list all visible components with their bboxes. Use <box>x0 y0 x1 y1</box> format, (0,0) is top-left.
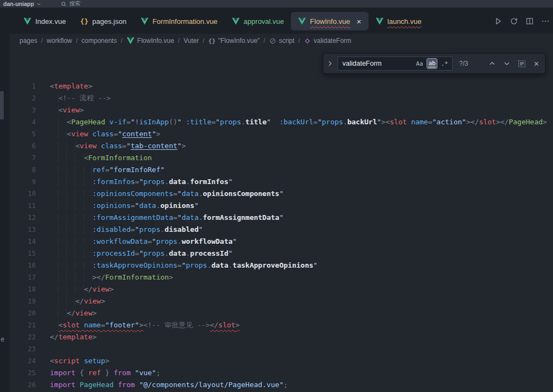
more-actions-icon[interactable] <box>541 17 550 26</box>
code-line-2[interactable]: 2 <!-- 流程 --> <box>10 92 553 104</box>
breadcrumb-item-validateform[interactable]: validateForm <box>304 37 351 45</box>
line-number[interactable]: 11 <box>10 200 36 212</box>
line-number[interactable]: 7 <box>10 152 36 164</box>
line-number[interactable]: 4 <box>10 116 36 128</box>
code-line-3[interactable]: 3 <view> <box>10 104 553 116</box>
tab-forminformation-vue[interactable]: FormInformation.vue <box>134 12 225 30</box>
find-next-icon[interactable] <box>503 60 511 67</box>
tab-approval-vue[interactable]: approval.vue <box>225 12 291 30</box>
line-number[interactable]: 9 <box>10 176 36 188</box>
match-case-button[interactable]: Aa <box>414 58 425 69</box>
line-content[interactable]: <!-- 流程 --> <box>36 92 111 104</box>
line-number[interactable]: 18 <box>10 283 36 295</box>
line-number[interactable]: 3 <box>10 104 36 116</box>
line-number[interactable]: 1 <box>10 80 36 92</box>
find-input-box[interactable]: Aa ab .* <box>338 56 453 71</box>
line-content[interactable]: <slot name="footer"><!-- 审批意见 --></slot> <box>36 319 239 331</box>
line-content[interactable]: <PageHead v-if="!isInApp()" :title="prop… <box>36 116 547 128</box>
line-content[interactable]: ref="formInfoRef" <box>36 164 164 176</box>
line-content[interactable]: <FormInformation <box>36 152 152 164</box>
breadcrumb-item-workflow[interactable]: workflow <box>47 37 72 45</box>
code-line-13[interactable]: 13 :disabled="props.disabled" <box>10 224 553 236</box>
code-line-20[interactable]: 20 </view> <box>10 307 553 319</box>
line-number[interactable]: 24 <box>10 355 36 367</box>
code-line-16[interactable]: 16 :taskApproveOpinions="props.data.task… <box>10 260 553 271</box>
line-content[interactable]: ></FormInformation> <box>36 271 173 283</box>
line-number[interactable]: 22 <box>10 331 36 343</box>
tab-index-vue[interactable]: Index.vue <box>16 12 73 30</box>
breadcrumb-item-vuter[interactable]: Vuter <box>183 37 199 45</box>
line-content[interactable]: </view> <box>36 283 113 295</box>
line-number[interactable]: 21 <box>10 319 36 331</box>
line-content[interactable]: :formInfos="props.data.formInfos" <box>36 176 233 188</box>
line-content[interactable]: :disabled="props.disabled" <box>36 224 203 236</box>
code-editor[interactable]: Aa ab .* ?/3 1<template>2 <!-- 流程 -->3 <… <box>10 48 553 392</box>
code-line-12[interactable]: 12 :formAssignmentData="data.formAssignm… <box>10 212 553 224</box>
line-content[interactable]: <view> <box>36 104 84 116</box>
code-line-9[interactable]: 9 :formInfos="props.data.formInfos" <box>10 176 553 188</box>
code-line-18[interactable]: 18 </view> <box>10 283 553 295</box>
code-line-25[interactable]: 25import { ref } from "vue"; <box>10 367 553 379</box>
line-content[interactable]: </view> <box>36 295 105 307</box>
line-content[interactable]: import { ref } from "vue"; <box>36 367 161 379</box>
code-line-21[interactable]: 21 <slot name="footer"><!-- 审批意见 --></sl… <box>10 319 553 331</box>
close-find-icon[interactable] <box>533 60 540 67</box>
split-editor-icon[interactable] <box>525 17 534 26</box>
code-line-14[interactable]: 14 :workflowData="props.workflowData" <box>10 236 553 248</box>
line-number[interactable]: 20 <box>10 307 36 319</box>
find-in-selection-icon[interactable] <box>518 60 526 68</box>
line-content[interactable]: :formAssignmentData="data.formAssignment… <box>36 212 284 224</box>
regex-button[interactable]: .* <box>439 58 450 69</box>
line-number[interactable]: 6 <box>10 140 36 152</box>
breadcrumb-item-script[interactable]: script <box>269 37 295 45</box>
line-content[interactable]: :taskApproveOpinions="props.data.taskApp… <box>36 260 317 271</box>
whole-word-button[interactable]: ab <box>427 58 437 69</box>
breadcrumb-item-flowinfo-vue[interactable]: {}"FlowInfo.vue" <box>208 37 260 45</box>
tab-flowinfo-vue[interactable]: FlowInfo.vue× <box>291 12 368 30</box>
line-number[interactable]: 16 <box>10 260 36 271</box>
line-content[interactable]: <view class="tab-content"> <box>36 140 186 152</box>
tab-pages-json[interactable]: {}pages.json <box>73 12 134 30</box>
code-line-15[interactable]: 15 :processId="props.data.processId" <box>10 248 553 260</box>
scrollbar-thumb[interactable] <box>0 91 4 119</box>
breadcrumb-item-components[interactable]: components <box>81 37 117 45</box>
line-content[interactable]: </template> <box>36 331 97 343</box>
find-previous-icon[interactable] <box>488 60 496 67</box>
line-content[interactable]: :processId="props.data.processId" <box>36 248 233 260</box>
code-line-1[interactable]: 1<template> <box>10 80 553 92</box>
tab-launch-vue[interactable]: launch.vue <box>368 12 429 30</box>
code-line-8[interactable]: 8 ref="formInfoRef" <box>10 164 553 176</box>
line-number[interactable]: 5 <box>10 128 36 140</box>
line-content[interactable]: :opinionsComponents="data.opinionsCompon… <box>36 188 284 200</box>
code-line-6[interactable]: 6 <view class="tab-content"> <box>10 140 553 152</box>
line-number[interactable]: 19 <box>10 295 36 307</box>
line-content[interactable]: </view> <box>36 307 97 319</box>
close-tab-icon[interactable]: × <box>357 17 361 26</box>
line-number[interactable]: 26 <box>10 379 36 391</box>
code-line-4[interactable]: 4 <PageHead v-if="!isInApp()" :title="pr… <box>10 116 553 128</box>
code-line-19[interactable]: 19 </view> <box>10 295 553 307</box>
line-content[interactable]: <script setup> <box>36 355 110 367</box>
run-file-icon[interactable] <box>494 17 503 26</box>
line-content[interactable]: <template> <box>36 80 92 92</box>
code-line-11[interactable]: 11 :opinions="data.opinions" <box>10 200 553 212</box>
line-number[interactable]: 25 <box>10 367 36 379</box>
search-box[interactable]: 搜索 <box>61 0 81 8</box>
line-number[interactable]: 13 <box>10 224 36 236</box>
code-line-10[interactable]: 10 :opinionsComponents="data.opinionsCom… <box>10 188 553 200</box>
line-number[interactable]: 8 <box>10 164 36 176</box>
breadcrumb-item-flowinfo-vue[interactable]: FlowInfo.vue <box>126 37 174 45</box>
line-number[interactable]: 12 <box>10 212 36 224</box>
toggle-replace-icon[interactable] <box>326 60 334 67</box>
line-number[interactable]: 23 <box>10 343 36 355</box>
breadcrumb-item-pages[interactable]: pages <box>20 37 37 45</box>
line-content[interactable]: import PageHead from "@/components/layou… <box>36 379 288 391</box>
line-number[interactable]: 17 <box>10 271 36 283</box>
code-line-5[interactable]: 5 <view class="content"> <box>10 128 553 140</box>
find-input[interactable] <box>342 60 412 67</box>
code-line-23[interactable]: 23 <box>10 343 553 355</box>
line-number[interactable]: 2 <box>10 92 36 104</box>
code-line-7[interactable]: 7 <FormInformation <box>10 152 553 164</box>
line-content[interactable]: :workflowData="props.workflowData" <box>36 236 237 248</box>
code-line-24[interactable]: 24<script setup> <box>10 355 553 367</box>
